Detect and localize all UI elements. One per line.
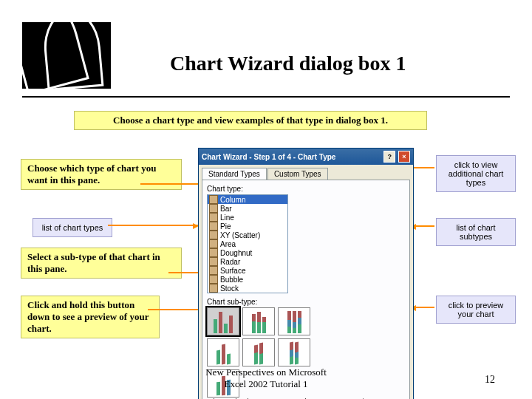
- label-chart-subtype: Chart sub-type:: [207, 298, 375, 306]
- list-item: Stock: [208, 284, 287, 293]
- slide-footer: New Perspectives on Microsoft Excel 2002…: [0, 366, 532, 390]
- bar-icon: [209, 204, 218, 213]
- dialog-titlebar[interactable]: Chart Wizard - Step 1 of 4 - Chart Type …: [199, 149, 413, 165]
- radar-icon: [209, 257, 218, 266]
- bubble-icon: [209, 275, 218, 284]
- balloon-list-types: list of chart types: [33, 218, 112, 237]
- stock-icon: [209, 284, 218, 293]
- tab-custom-types[interactable]: Custom Types: [267, 168, 328, 180]
- list-item: Pie: [208, 222, 287, 231]
- logo-image: [22, 22, 111, 89]
- help-icon[interactable]: ?: [383, 151, 395, 163]
- area-icon: [209, 239, 218, 248]
- dialog-title-text: Chart Wizard - Step 1 of 4 - Chart Type: [202, 153, 335, 161]
- list-item: Bar: [208, 204, 287, 213]
- chart-wizard-dialog: Chart Wizard - Step 1 of 4 - Chart Type …: [198, 148, 414, 399]
- column-icon: [209, 195, 218, 204]
- label-chart-type: Chart type:: [207, 185, 288, 193]
- pie-icon: [209, 222, 218, 231]
- list-item: XY (Scatter): [208, 231, 287, 239]
- arrow-choose-type: [140, 183, 207, 185]
- list-item: Surface: [208, 266, 287, 275]
- surface-icon: [209, 266, 218, 275]
- subtype-thumb[interactable]: [207, 338, 239, 366]
- scatter-icon: [209, 231, 218, 239]
- divider: [22, 96, 510, 98]
- tab-standard-types[interactable]: Standard Types: [202, 168, 267, 180]
- subtype-thumb[interactable]: [242, 307, 275, 335]
- subtype-thumb[interactable]: [207, 307, 239, 335]
- list-item: Column: [208, 195, 287, 204]
- intro-callout: Choose a chart type and view examples of…: [74, 111, 427, 130]
- arrow-list-types: [108, 225, 201, 227]
- close-icon[interactable]: ×: [398, 151, 410, 163]
- line-icon: [209, 213, 218, 222]
- subtype-thumb[interactable]: [242, 338, 275, 366]
- subtype-thumb[interactable]: [278, 307, 310, 335]
- note-select-subtype: Select a sub-type of that chart in this …: [21, 248, 182, 279]
- balloon-custom-types: click to view additional chart types: [436, 155, 516, 192]
- list-item: Radar: [208, 257, 287, 266]
- list-item: Doughnut: [208, 248, 287, 257]
- chart-type-listbox[interactable]: Column Bar Line Pie XY (Scatter) Area Do…: [207, 194, 288, 293]
- list-item: Bubble: [208, 275, 287, 284]
- list-item: Area: [208, 239, 287, 248]
- page-number: 12: [485, 374, 495, 386]
- balloon-list-subtypes: list of chart subtypes: [436, 218, 516, 246]
- slide-title: Chart Wizard dialog box 1: [170, 52, 406, 75]
- note-preview: Click and hold this button down to see a…: [21, 296, 160, 338]
- balloon-preview: click to preview your chart: [436, 296, 516, 324]
- list-item: Line: [208, 213, 287, 222]
- subtype-thumb[interactable]: [278, 338, 310, 366]
- doughnut-icon: [209, 248, 218, 257]
